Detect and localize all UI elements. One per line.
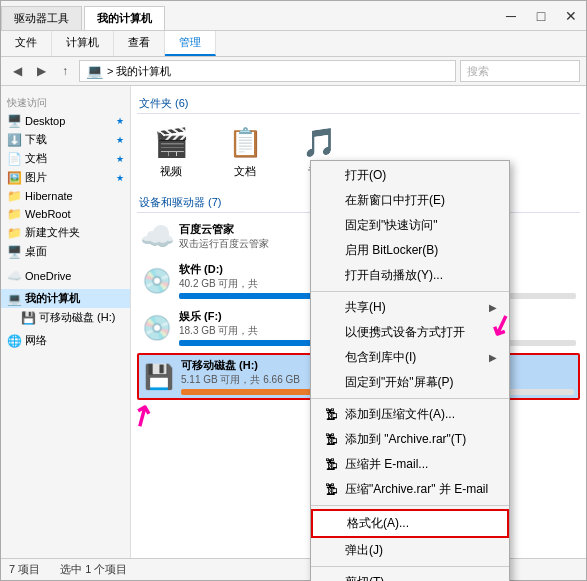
minimize-button[interactable]: ─ xyxy=(496,1,526,31)
sidebar-item-network[interactable]: 🌐 网络 xyxy=(1,331,130,350)
share-icon xyxy=(323,300,339,316)
ribbon: 文件 计算机 查看 管理 xyxy=(1,31,586,57)
pin-icon: ★ xyxy=(116,116,124,126)
new-window-icon xyxy=(323,193,339,209)
ctx-bitlocker[interactable]: 启用 BitLocker(B) xyxy=(311,238,509,263)
sidebar-item-onedrive[interactable]: ☁️ OneDrive xyxy=(1,267,130,285)
separator xyxy=(311,566,509,567)
ctx-cut[interactable]: 剪切(T) xyxy=(311,570,509,581)
sidebar-item-mypc[interactable]: 💻 我的计算机 xyxy=(1,289,130,308)
titlebar: 驱动器工具 我的计算机 ─ □ ✕ xyxy=(1,1,586,31)
sidebar-item-webroot[interactable]: 📁 WebRoot xyxy=(1,205,130,223)
ctx-pin-quick-access[interactable]: 固定到"快速访问" xyxy=(311,213,509,238)
compress-email-icon: 🗜 xyxy=(323,457,339,473)
tab-driver-tools[interactable]: 驱动器工具 xyxy=(1,6,82,30)
sidebar-item-removable[interactable]: 💾 可移动磁盘 (H:) xyxy=(1,308,130,327)
maximize-button[interactable]: □ xyxy=(526,1,556,31)
sidebar-item-downloads[interactable]: ⬇️ 下载 ★ xyxy=(1,130,130,149)
pin-icon: ★ xyxy=(116,154,124,164)
ribbon-tabs: 文件 计算机 查看 管理 xyxy=(1,31,586,56)
address-input[interactable]: 💻 > 我的计算机 xyxy=(79,60,456,82)
ribbon-tab-computer[interactable]: 计算机 xyxy=(52,31,114,56)
separator xyxy=(311,398,509,399)
quick-access-label: 快速访问 xyxy=(1,90,130,112)
pin-start-icon xyxy=(323,375,339,391)
forward-button[interactable]: ▶ xyxy=(31,61,51,81)
pin-icon: ★ xyxy=(116,135,124,145)
folder-label: 文档 xyxy=(234,164,256,179)
pin-icon xyxy=(323,218,339,234)
mypc-icon: 💻 xyxy=(7,292,21,306)
close-button[interactable]: ✕ xyxy=(556,1,586,31)
baidu-icon: ☁️ xyxy=(141,220,173,252)
drive-f-icon: 💿 xyxy=(141,312,173,344)
folder-label: 视频 xyxy=(160,164,182,179)
pin-icon: ★ xyxy=(116,173,124,183)
folder-icon: 📁 xyxy=(7,226,21,240)
cut-icon xyxy=(323,575,339,582)
ribbon-tab-file[interactable]: 文件 xyxy=(1,31,52,56)
rar-icon: 🗜 xyxy=(323,432,339,448)
pictures-icon: 🖼️ xyxy=(7,171,21,185)
ctx-format[interactable]: 格式化(A)... xyxy=(311,509,509,538)
submenu-arrow: ▶ xyxy=(489,352,497,363)
titlebar-tabs: 驱动器工具 我的计算机 xyxy=(1,1,167,30)
sidebar-item-desktop[interactable]: 🖥️ Desktop ★ xyxy=(1,112,130,130)
context-menu: 打开(O) 在新窗口中打开(E) 固定到"快速访问" 启用 BitLocker(… xyxy=(310,160,510,581)
desktop2-icon: 🖥️ xyxy=(7,245,21,259)
download-icon: ⬇️ xyxy=(7,133,21,147)
ctx-share[interactable]: 共享(H) ▶ xyxy=(311,295,509,320)
ctx-include-library[interactable]: 包含到库中(I) ▶ xyxy=(311,345,509,370)
folder-item-documents[interactable]: 📋 文档 xyxy=(211,118,279,183)
ctx-compress-add[interactable]: 🗜 添加到压缩文件(A)... xyxy=(311,402,509,427)
open-icon xyxy=(323,168,339,184)
documents-icon: 📄 xyxy=(7,152,21,166)
onedrive-icon: ☁️ xyxy=(7,269,21,283)
rar-email-icon: 🗜 xyxy=(323,482,339,498)
library-icon xyxy=(323,350,339,366)
sidebar: 快速访问 🖥️ Desktop ★ ⬇️ 下载 ★ 📄 文档 ★ 🖼️ 图片 ★ xyxy=(1,86,131,558)
separator xyxy=(311,291,509,292)
desktop-icon: 🖥️ xyxy=(7,114,21,128)
ctx-compress-email[interactable]: 🗜 压缩并 E-mail... xyxy=(311,452,509,477)
selected-count: 选中 1 个项目 xyxy=(60,562,127,577)
ribbon-tab-manage[interactable]: 管理 xyxy=(165,31,216,56)
sidebar-item-hibernate[interactable]: 📁 Hibernate xyxy=(1,187,130,205)
ctx-portable-open[interactable]: 以便携式设备方式打开 xyxy=(311,320,509,345)
folders-section-header: 文件夹 (6) xyxy=(137,92,580,114)
network-icon: 🌐 xyxy=(7,334,21,348)
item-count: 7 项目 xyxy=(9,562,40,577)
drive-d-icon: 💿 xyxy=(141,265,173,297)
sidebar-item-pictures[interactable]: 🖼️ 图片 ★ xyxy=(1,168,130,187)
ctx-eject[interactable]: 弹出(J) xyxy=(311,538,509,563)
folder-icon: 📁 xyxy=(7,207,21,221)
music-folder-icon: 🎵 xyxy=(299,122,339,162)
autoplay-icon xyxy=(323,268,339,284)
video-folder-icon: 🎬 xyxy=(151,122,191,162)
ctx-open-new-window[interactable]: 在新窗口中打开(E) xyxy=(311,188,509,213)
ctx-compress-rar[interactable]: 🗜 添加到 "Archive.rar"(T) xyxy=(311,427,509,452)
removable-icon: 💾 xyxy=(21,311,35,325)
documents-folder-icon: 📋 xyxy=(225,122,265,162)
search-input[interactable]: 搜索 xyxy=(460,60,580,82)
ctx-autoplay[interactable]: 打开自动播放(Y)... xyxy=(311,263,509,288)
folder-item-video[interactable]: 🎬 视频 xyxy=(137,118,205,183)
window-controls: ─ □ ✕ xyxy=(496,1,586,30)
back-button[interactable]: ◀ xyxy=(7,61,27,81)
addressbar: ◀ ▶ ↑ 💻 > 我的计算机 搜索 xyxy=(1,57,586,86)
sidebar-item-desktop2[interactable]: 🖥️ 桌面 xyxy=(1,242,130,261)
ribbon-tab-view[interactable]: 查看 xyxy=(114,31,165,56)
format-icon xyxy=(325,516,341,532)
separator xyxy=(311,505,509,506)
sidebar-item-documents[interactable]: 📄 文档 ★ xyxy=(1,149,130,168)
folder-icon: 📁 xyxy=(7,189,21,203)
ctx-compress-rar-email[interactable]: 🗜 压缩"Archive.rar" 并 E-mail xyxy=(311,477,509,502)
eject-icon xyxy=(323,543,339,559)
ctx-open[interactable]: 打开(O) xyxy=(311,163,509,188)
up-button[interactable]: ↑ xyxy=(55,61,75,81)
ctx-pin-start[interactable]: 固定到"开始"屏幕(P) xyxy=(311,370,509,395)
drive-h-icon: 💾 xyxy=(143,361,175,393)
sidebar-item-newfolder[interactable]: 📁 新建文件夹 xyxy=(1,223,130,242)
bitlocker-icon xyxy=(323,243,339,259)
tab-my-computer[interactable]: 我的计算机 xyxy=(84,6,165,30)
